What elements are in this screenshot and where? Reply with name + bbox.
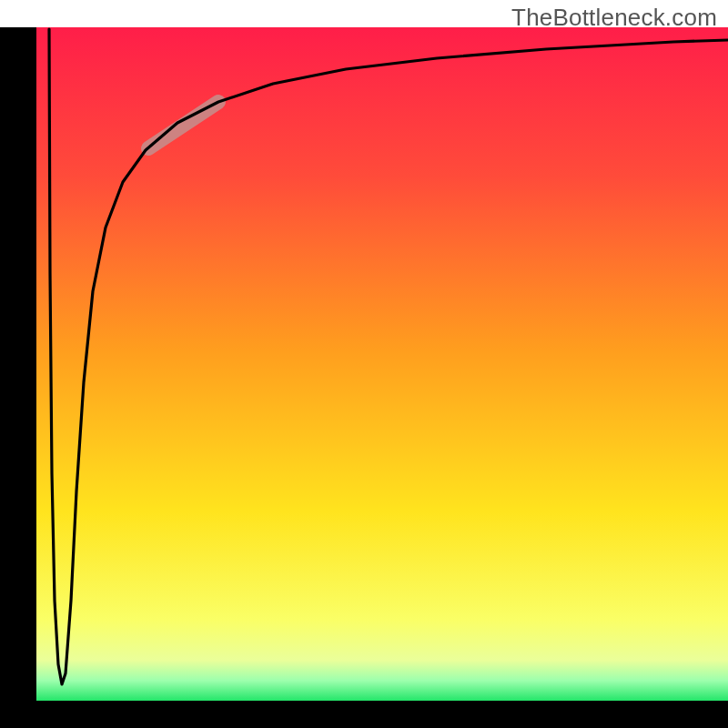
- plot-background: [36, 27, 728, 701]
- chart-svg: [0, 0, 728, 728]
- x-axis-border: [0, 701, 728, 728]
- y-axis-border: [0, 27, 36, 728]
- watermark-text: TheBottleneck.com: [511, 4, 717, 32]
- chart-canvas: TheBottleneck.com: [0, 0, 728, 728]
